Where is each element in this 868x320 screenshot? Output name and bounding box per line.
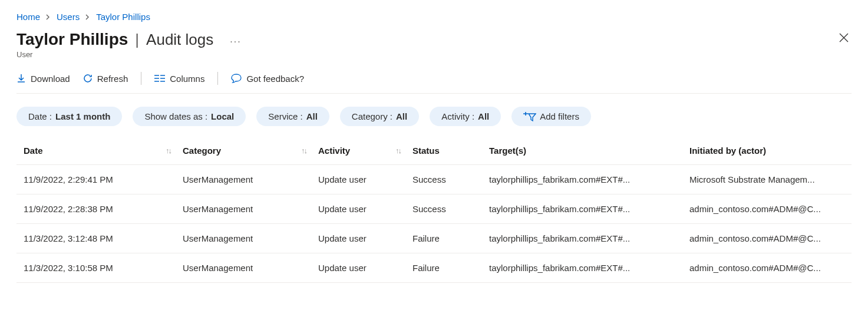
col-header-date[interactable]: Date ↑↓ (24, 146, 183, 156)
refresh-button[interactable]: Refresh (83, 74, 128, 84)
cell-initiated: Microsoft Substrate Managem... (689, 174, 844, 184)
table-body: 11/9/2022, 2:29:41 PMUserManagementUpdat… (16, 165, 852, 283)
cell-initiated: admin_contoso.com#ADM#@C... (689, 233, 844, 243)
filter-service-label: Service : (268, 111, 302, 121)
chevron-right-icon (85, 14, 90, 20)
col-header-targets[interactable]: Target(s) (489, 146, 689, 156)
cell-activity: Update user (318, 263, 412, 273)
cell-category: UserManagement (183, 204, 318, 214)
cell-date: 11/3/2022, 3:12:48 PM (24, 233, 183, 243)
filter-date-value: Last 1 month (55, 111, 110, 121)
filter-date[interactable]: Date : Last 1 month (16, 107, 122, 126)
breadcrumb: Home Users Taylor Phillips (16, 12, 852, 22)
cell-date: 11/9/2022, 2:29:41 PM (24, 174, 183, 184)
feedback-icon (231, 74, 242, 83)
filter-date-label: Date : (28, 111, 52, 121)
breadcrumb-current[interactable]: Taylor Phillips (96, 12, 150, 22)
add-filters-label: Add filters (540, 111, 579, 121)
close-button[interactable] (836, 30, 852, 45)
page-title: Taylor Phillips (16, 30, 128, 49)
cell-category: UserManagement (183, 233, 318, 243)
cell-activity: Update user (318, 233, 412, 243)
cell-status: Success (412, 204, 489, 214)
cell-targets: taylorphillips_fabrikam.com#EXT#... (489, 204, 689, 214)
filter-activity[interactable]: Activity : All (430, 107, 501, 126)
toolbar-separator (217, 72, 218, 85)
filter-showdates-label: Show dates as : (144, 111, 207, 121)
audit-logs-table: Date ↑↓ Category ↑↓ Activity ↑↓ Status T… (16, 137, 852, 283)
cell-status: Failure (412, 263, 489, 273)
table-row[interactable]: 11/3/2022, 3:12:48 PMUserManagementUpdat… (16, 224, 852, 253)
cell-targets: taylorphillips_fabrikam.com#EXT#... (489, 233, 689, 243)
filter-showdates-value: Local (211, 111, 234, 121)
columns-label: Columns (170, 74, 204, 84)
feedback-label: Got feedback? (246, 74, 304, 84)
filter-service-value: All (306, 111, 318, 121)
filter-category-label: Category : (352, 111, 392, 121)
cell-activity: Update user (318, 204, 412, 214)
filter-service[interactable]: Service : All (256, 107, 329, 126)
breadcrumb-home[interactable]: Home (16, 12, 40, 22)
cell-category: UserManagement (183, 263, 318, 273)
cell-status: Failure (412, 233, 489, 243)
cell-targets: taylorphillips_fabrikam.com#EXT#... (489, 263, 689, 273)
table-row[interactable]: 11/9/2022, 2:28:38 PMUserManagementUpdat… (16, 194, 852, 224)
columns-icon (154, 74, 165, 83)
col-header-activity[interactable]: Activity ↑↓ (318, 146, 412, 156)
sort-icon: ↑↓ (395, 146, 401, 155)
cell-category: UserManagement (183, 174, 318, 184)
cell-activity: Update user (318, 174, 412, 184)
filter-category-value: All (396, 111, 407, 121)
columns-button[interactable]: Columns (154, 74, 204, 84)
download-button[interactable]: Download (16, 74, 70, 84)
refresh-icon (83, 74, 93, 83)
filter-activity-value: All (478, 111, 489, 121)
filter-activity-label: Activity : (441, 111, 474, 121)
table-row[interactable]: 11/9/2022, 2:29:41 PMUserManagementUpdat… (16, 165, 852, 194)
filter-icon (523, 112, 536, 121)
breadcrumb-users[interactable]: Users (57, 12, 80, 22)
col-header-status[interactable]: Status (412, 146, 489, 156)
cell-initiated: admin_contoso.com#ADM#@C... (689, 204, 844, 214)
table-row[interactable]: 11/3/2022, 3:10:58 PMUserManagementUpdat… (16, 253, 852, 283)
col-header-initiated[interactable]: Initiated by (actor) (689, 146, 844, 156)
table-header-row: Date ↑↓ Category ↑↓ Activity ↑↓ Status T… (16, 137, 852, 165)
refresh-label: Refresh (97, 74, 128, 84)
filter-category[interactable]: Category : All (340, 107, 419, 126)
download-icon (16, 74, 26, 83)
page-section: Audit logs (146, 31, 213, 49)
cell-date: 11/9/2022, 2:28:38 PM (24, 204, 183, 214)
cell-initiated: admin_contoso.com#ADM#@C... (689, 263, 844, 273)
toolbar: Download Refresh Columns Got feedback? (16, 72, 852, 94)
filter-bar: Date : Last 1 month Show dates as : Loca… (16, 107, 852, 126)
more-actions-button[interactable]: ··· (230, 37, 241, 47)
cell-targets: taylorphillips_fabrikam.com#EXT#... (489, 174, 689, 184)
feedback-button[interactable]: Got feedback? (231, 74, 304, 84)
sort-icon: ↑↓ (301, 146, 306, 155)
add-filters-button[interactable]: Add filters (511, 107, 591, 126)
toolbar-separator (141, 72, 141, 85)
cell-date: 11/3/2022, 3:10:58 PM (24, 263, 183, 273)
download-label: Download (31, 74, 70, 84)
filter-showdates[interactable]: Show dates as : Local (133, 107, 246, 126)
page-heading: Taylor Phillips | Audit logs ··· (16, 30, 242, 49)
page-subtitle: User (16, 50, 242, 59)
col-header-category[interactable]: Category ↑↓ (183, 146, 318, 156)
cell-status: Success (412, 174, 489, 184)
chevron-right-icon (46, 14, 51, 20)
sort-icon: ↑↓ (166, 146, 171, 155)
